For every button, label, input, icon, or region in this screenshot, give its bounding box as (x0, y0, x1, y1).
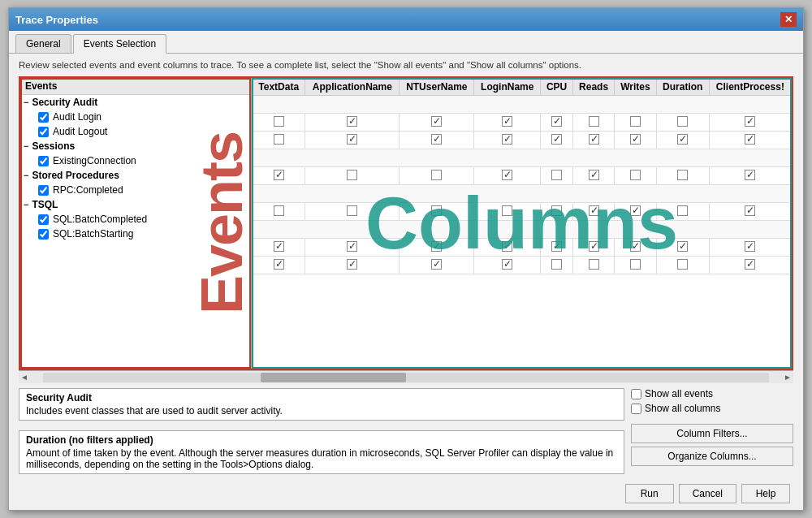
checkbox-existing-connection[interactable] (38, 156, 49, 166)
col-header-cpu: CPU (541, 79, 573, 96)
cell-sbc-ntusername[interactable] (400, 239, 474, 257)
cell-alo-textdata[interactable] (253, 132, 305, 149)
cell-ec-writes[interactable] (615, 167, 657, 185)
col-header-textdata: TextData (253, 79, 305, 96)
collapse-icon-sessions[interactable]: − (24, 141, 28, 151)
table-row-sql-batch-starting (253, 257, 792, 274)
cell-sbs-reads[interactable] (573, 257, 615, 274)
cell-sbc-loginname[interactable] (474, 239, 541, 257)
group-stored-procs: − Stored Procedures (20, 168, 251, 183)
cell-sbs-loginname[interactable] (474, 257, 541, 274)
cell-ec-textdata[interactable] (253, 167, 305, 185)
table-row-sql-batch-completed (253, 239, 792, 257)
cell-al-ntusername[interactable] (400, 114, 474, 132)
cell-al-reads[interactable] (573, 114, 615, 132)
cell-sbc-reads[interactable] (573, 239, 615, 257)
cell-ec-reads[interactable] (573, 167, 615, 185)
group-security-audit: − Security Audit (20, 95, 251, 110)
duration-info-box: Duration (no filters applied) Amount of … (19, 430, 624, 474)
event-rpc-completed: RPC:Completed (20, 183, 251, 197)
cell-rpc-textdata[interactable] (253, 203, 305, 221)
checkbox-sql-batch-starting[interactable] (38, 229, 49, 240)
cell-rpc-loginname[interactable] (474, 203, 541, 221)
show-all-columns-row: Show all columns (631, 403, 793, 414)
cell-al-appname[interactable] (305, 114, 400, 132)
scroll-left-arrow[interactable]: ◄ (19, 373, 30, 382)
run-button[interactable]: Run (625, 484, 674, 503)
col-header-clientprocess: ClientProcess! (709, 79, 791, 96)
cell-sbs-clientprocess[interactable] (709, 257, 791, 274)
cell-ec-cpu[interactable] (541, 167, 573, 185)
cell-rpc-appname[interactable] (305, 203, 400, 221)
cell-alo-duration[interactable] (656, 132, 709, 149)
main-window: Trace Properties ✕ General Events Select… (8, 7, 804, 511)
event-audit-logout: Audit Logout (20, 124, 251, 139)
cell-sbs-textdata[interactable] (253, 257, 305, 274)
cell-alo-writes[interactable] (615, 132, 657, 149)
cell-al-clientprocess[interactable] (709, 114, 791, 132)
checkbox-audit-logout[interactable] (38, 127, 49, 137)
cell-alo-cpu[interactable] (541, 132, 573, 149)
collapse-icon-stored-procs[interactable]: − (24, 171, 28, 180)
cell-ec-duration[interactable] (656, 167, 709, 185)
horizontal-scrollbar[interactable]: ◄ ► (19, 370, 793, 383)
bottom-left: Security Audit Includes event classes th… (19, 388, 624, 479)
col-header-duration: Duration (656, 79, 709, 96)
table-row-rpc-completed (253, 203, 792, 221)
cell-al-duration[interactable] (656, 114, 709, 132)
cancel-button[interactable]: Cancel (679, 484, 736, 503)
cell-sbs-appname[interactable] (305, 257, 400, 274)
cell-rpc-cpu[interactable] (541, 203, 573, 221)
cell-rpc-ntusername[interactable] (400, 203, 474, 221)
organize-columns-button[interactable]: Organize Columns... (631, 447, 793, 466)
cell-sbs-writes[interactable] (615, 257, 657, 274)
column-filters-button[interactable]: Column Filters... (631, 424, 793, 443)
checkbox-sql-batch-completed[interactable] (38, 214, 49, 225)
cell-rpc-duration[interactable] (656, 203, 709, 221)
cell-ec-appname[interactable] (305, 167, 400, 185)
cell-alo-appname[interactable] (305, 132, 400, 149)
cell-sbc-writes[interactable] (615, 239, 657, 257)
cell-ec-loginname[interactable] (474, 167, 541, 185)
show-all-events-checkbox[interactable] (631, 389, 641, 399)
cell-ec-ntusername[interactable] (400, 167, 474, 185)
tab-events-selection[interactable]: Events Selection (73, 34, 166, 54)
cell-sbc-textdata[interactable] (253, 239, 305, 257)
cell-al-textdata[interactable] (253, 114, 305, 132)
cell-ec-clientprocess[interactable] (709, 167, 791, 185)
cell-sbc-duration[interactable] (656, 239, 709, 257)
cell-alo-clientprocess[interactable] (709, 132, 791, 149)
tab-general[interactable]: General (15, 34, 71, 53)
collapse-icon-tsql[interactable]: − (24, 200, 28, 209)
window-title: Trace Properties (15, 14, 98, 26)
cell-rpc-writes[interactable] (615, 203, 657, 221)
cell-al-loginname[interactable] (474, 114, 541, 132)
collapse-icon[interactable]: − (24, 97, 28, 107)
cell-rpc-clientprocess[interactable] (709, 203, 791, 221)
checkbox-rpc-completed[interactable] (38, 185, 49, 196)
cell-alo-reads[interactable] (573, 132, 615, 149)
event-sql-batch-starting: SQL:BatchStarting (20, 227, 251, 241)
cell-sbs-ntusername[interactable] (400, 257, 474, 274)
cell-sbc-appname[interactable] (305, 239, 400, 257)
cell-sbc-cpu[interactable] (541, 239, 573, 257)
close-button[interactable]: ✕ (780, 12, 797, 27)
cell-al-cpu[interactable] (541, 114, 573, 132)
checkbox-audit-login[interactable] (38, 112, 49, 123)
security-audit-info-box: Security Audit Includes event classes th… (19, 388, 624, 421)
col-header-ntusername: NTUserName (400, 79, 474, 96)
cell-alo-ntusername[interactable] (400, 132, 474, 149)
security-audit-description: Includes event classes that are used to … (26, 405, 617, 417)
cell-sbs-duration[interactable] (656, 257, 709, 274)
help-button[interactable]: Help (741, 484, 790, 503)
scrollbar-thumb[interactable] (261, 373, 406, 382)
cell-rpc-reads[interactable] (573, 203, 615, 221)
table-row-existing-connection (253, 167, 792, 185)
duration-title: Duration (no filters applied) (26, 434, 617, 446)
scroll-right-arrow[interactable]: ► (782, 373, 793, 382)
show-all-columns-checkbox[interactable] (631, 404, 641, 414)
cell-al-writes[interactable] (615, 114, 657, 132)
cell-alo-loginname[interactable] (474, 132, 541, 149)
cell-sbs-cpu[interactable] (541, 257, 573, 274)
cell-sbc-clientprocess[interactable] (709, 239, 791, 257)
